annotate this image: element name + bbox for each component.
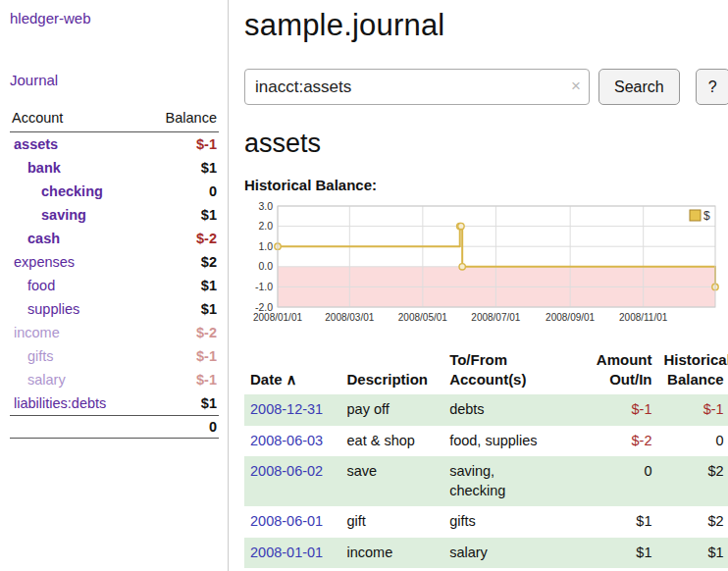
app-title-link[interactable]: hledger-web xyxy=(10,10,219,26)
svg-text:2008/03/01: 2008/03/01 xyxy=(325,312,374,323)
chart-title: Historical Balance: xyxy=(244,177,728,193)
register-col-balance: Historical Balance xyxy=(657,346,728,394)
svg-text:-1.0: -1.0 xyxy=(255,281,273,292)
account-link[interactable]: gifts xyxy=(10,344,143,368)
transaction-date-link[interactable]: 2008-12-31 xyxy=(244,394,341,426)
account-link[interactable]: liabilities:debts xyxy=(10,391,143,416)
account-link[interactable]: saving xyxy=(10,203,143,227)
accounts-table-body: assets$-1bank$1checking0saving$1cash$-2e… xyxy=(10,132,219,416)
sort-ascending-icon: ∧ xyxy=(286,371,297,388)
accounts-header-row: Account Balance xyxy=(10,108,219,132)
account-row: checking0 xyxy=(10,180,219,203)
transaction-accounts: salary xyxy=(443,538,578,569)
register-col-amount: Amount Out/In xyxy=(578,346,657,394)
balance-chart: 3.02.01.00.0-1.0-2.02008/01/012008/03/01… xyxy=(244,201,721,337)
svg-text:2008/11/01: 2008/11/01 xyxy=(619,312,668,323)
help-button[interactable]: ? xyxy=(696,69,728,105)
svg-text:2008/01/01: 2008/01/01 xyxy=(253,312,302,323)
transaction-balance: $2 xyxy=(657,506,728,538)
transaction-amount: 0 xyxy=(578,456,657,506)
transaction-date-link[interactable]: 2008-06-03 xyxy=(244,426,341,457)
search-box: × xyxy=(244,69,590,105)
svg-text:2.0: 2.0 xyxy=(258,220,273,232)
account-row: salary$-1 xyxy=(10,368,219,391)
transaction-description: eat & shop xyxy=(341,426,444,457)
account-link[interactable]: assets xyxy=(10,132,143,157)
register-col-accounts: To/From Account(s) xyxy=(443,346,578,394)
account-balance: $-1 xyxy=(143,368,219,391)
hledger-web-app: hledger-web Journal Account Balance asse… xyxy=(0,0,728,571)
transaction-description: income xyxy=(341,538,444,569)
account-link[interactable]: checking xyxy=(10,180,143,203)
account-balance: $1 xyxy=(143,203,219,227)
transaction-accounts: saving, checking xyxy=(443,456,578,506)
account-link[interactable]: income xyxy=(10,321,143,344)
account-link[interactable]: expenses xyxy=(10,250,143,274)
register-row: 2008-12-31pay offdebts$-1$-1 xyxy=(244,394,728,426)
sidebar: hledger-web Journal Account Balance asse… xyxy=(0,0,229,571)
svg-text:0.0: 0.0 xyxy=(258,260,273,272)
register-header-row: Date∧DescriptionTo/From Account(s)Amount… xyxy=(244,346,728,394)
transaction-accounts: gifts xyxy=(443,506,578,538)
transaction-balance: $1 xyxy=(657,538,728,569)
account-link[interactable]: food xyxy=(10,274,143,297)
transaction-date-link[interactable]: 2008-06-02 xyxy=(244,456,341,506)
transaction-balance: $-1 xyxy=(657,394,728,426)
register-row: 2008-01-01incomesalary$1$1 xyxy=(244,538,728,569)
account-row: saving$1 xyxy=(10,203,219,227)
account-row: cash$-2 xyxy=(10,227,219,250)
accounts-total-balance: 0 xyxy=(143,416,219,439)
account-link[interactable]: cash xyxy=(10,227,143,250)
register-table-body: 2008-12-31pay offdebts$-1$-12008-06-03ea… xyxy=(244,394,728,568)
transaction-amount: $-1 xyxy=(578,394,657,426)
transaction-description: pay off xyxy=(341,394,444,426)
account-row: liabilities:debts$1 xyxy=(10,391,219,416)
transaction-amount: $1 xyxy=(578,506,657,538)
account-balance: $-1 xyxy=(143,344,219,368)
account-link[interactable]: supplies xyxy=(10,297,143,321)
register-row: 2008-06-01giftgifts$1$2 xyxy=(244,506,728,538)
account-row: food$1 xyxy=(10,274,219,297)
transaction-balance: 0 xyxy=(657,426,728,457)
accounts-total-row: 0 xyxy=(10,416,219,439)
transaction-date-link[interactable]: 2008-06-01 xyxy=(244,506,341,538)
account-row: expenses$2 xyxy=(10,250,219,274)
svg-text:3.0: 3.0 xyxy=(258,201,273,212)
account-balance: $1 xyxy=(143,391,219,416)
transaction-description: gift xyxy=(341,506,444,538)
transaction-date-link[interactable]: 2008-01-01 xyxy=(244,538,341,569)
svg-text:2008/09/01: 2008/09/01 xyxy=(546,312,595,323)
register-col-description: Description xyxy=(341,346,444,394)
svg-text:2008/05/01: 2008/05/01 xyxy=(398,312,447,323)
account-balance: 0 xyxy=(143,180,219,203)
search-input[interactable] xyxy=(244,69,590,105)
account-row: gifts$-1 xyxy=(10,344,219,368)
account-link[interactable]: bank xyxy=(10,156,143,180)
account-heading: assets xyxy=(244,129,728,159)
transaction-balance: $2 xyxy=(657,456,728,506)
transaction-amount: $-2 xyxy=(578,426,657,457)
transaction-accounts: food, supplies xyxy=(443,426,578,457)
account-balance: $1 xyxy=(143,156,219,180)
svg-text:2008/07/01: 2008/07/01 xyxy=(471,312,520,323)
account-balance: $1 xyxy=(143,274,219,297)
accounts-table: Account Balance assets$-1bank$1checking0… xyxy=(10,108,219,439)
page-title: sample.journal xyxy=(244,8,728,43)
accounts-total-spacer xyxy=(10,416,143,439)
sidebar-item-journal[interactable]: Journal xyxy=(10,72,219,88)
clear-search-icon[interactable]: × xyxy=(571,77,581,96)
register-row: 2008-06-03eat & shopfood, supplies$-20 xyxy=(244,426,728,457)
svg-text:1.0: 1.0 xyxy=(258,240,273,252)
svg-text:-2.0: -2.0 xyxy=(255,301,273,313)
account-balance: $-1 xyxy=(143,132,219,157)
account-balance: $-2 xyxy=(143,227,219,250)
account-balance: $-2 xyxy=(143,321,219,344)
register-table: Date∧DescriptionTo/From Account(s)Amount… xyxy=(244,346,728,568)
account-link[interactable]: salary xyxy=(10,368,143,391)
transaction-description: save xyxy=(341,456,444,506)
account-balance: $1 xyxy=(143,297,219,321)
search-button[interactable]: Search xyxy=(598,69,680,105)
register-col-date[interactable]: Date∧ xyxy=(244,346,341,394)
register-row: 2008-06-02savesaving, checking0$2 xyxy=(244,456,728,506)
account-balance: $2 xyxy=(143,250,219,274)
